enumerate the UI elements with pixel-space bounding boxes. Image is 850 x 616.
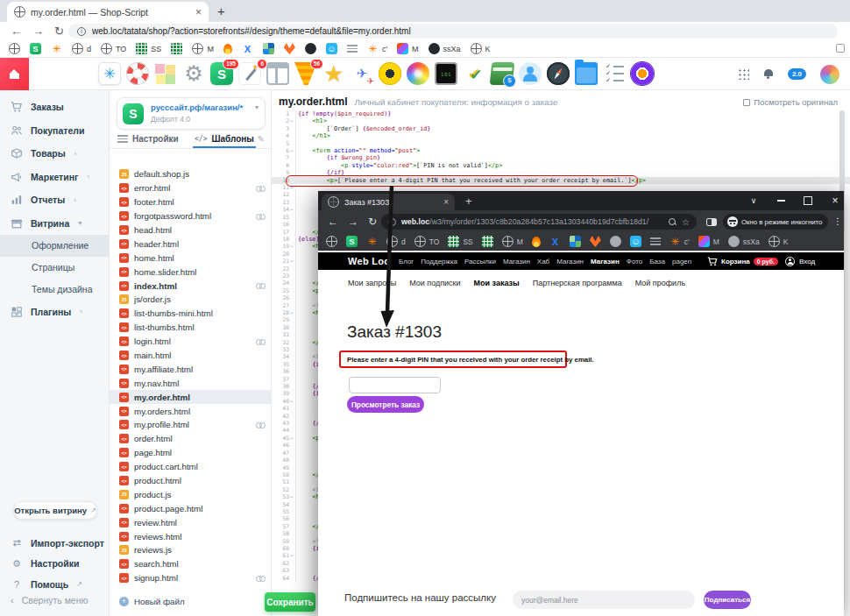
file-item-login.html[interactable]: <>login.html bbox=[110, 335, 272, 349]
bookmark-list[interactable] bbox=[347, 45, 358, 53]
bookmark-gitlab[interactable] bbox=[590, 236, 601, 247]
bookmark-smiley[interactable]: ☺ bbox=[326, 43, 337, 54]
bookmark-sheets[interactable] bbox=[482, 236, 493, 247]
bookmark-figma[interactable]: M bbox=[397, 43, 419, 54]
webasyst-app-icon[interactable]: ✳ bbox=[98, 62, 121, 85]
fold-marker[interactable]: − bbox=[290, 552, 294, 559]
file-item-my.nav.html[interactable]: <>my.nav.html bbox=[110, 376, 272, 390]
bookmark-globe[interactable]: M bbox=[502, 236, 523, 247]
apps-grid-icon[interactable] bbox=[738, 68, 749, 80]
reload-icon[interactable]: ↻ bbox=[54, 25, 64, 39]
file-item-signup.html[interactable]: <>signup.html bbox=[110, 571, 272, 585]
bookmark-sheets[interactable] bbox=[171, 43, 182, 54]
code-line-1[interactable]: 1{if !empty($pin_required)} bbox=[272, 110, 850, 117]
file-item-error.html[interactable]: <>error.html bbox=[110, 181, 272, 195]
cart-button[interactable]: Корзина 0 руб. bbox=[707, 257, 778, 266]
support-app-icon[interactable] bbox=[126, 62, 149, 85]
side-panel-icon[interactable] bbox=[836, 44, 845, 53]
file-item-list-thumbs-mini.html[interactable]: <>list-thumbs-mini.html bbox=[110, 307, 272, 321]
bookmark-github[interactable]: ssXa bbox=[728, 236, 760, 247]
site-menu-item[interactable]: База bbox=[649, 258, 665, 266]
sidebar-subitem-страницы[interactable]: Страницы bbox=[0, 257, 110, 279]
bookmark-cross[interactable]: X bbox=[549, 236, 561, 247]
file-item-head.html[interactable]: <>head.html bbox=[110, 223, 272, 237]
file-item-reviews.html[interactable]: <>reviews.html bbox=[110, 529, 272, 543]
site-menu-item[interactable]: Магазин bbox=[591, 258, 620, 266]
bookmark-globe[interactable] bbox=[326, 236, 337, 247]
code-line-6[interactable]: 6− <form action="" method="post"> bbox=[272, 147, 850, 154]
browser-tab[interactable]: my.order.html — Shop-Script × bbox=[7, 2, 209, 22]
back-icon[interactable]: ← bbox=[328, 216, 338, 228]
storefront-url[interactable]: русссайт.рф/магазин/* bbox=[151, 103, 243, 112]
terminal-app-icon[interactable]: 101 bbox=[435, 62, 457, 85]
bookmark-globe[interactable]: M bbox=[192, 43, 214, 54]
notifications-bell-icon[interactable] bbox=[763, 69, 774, 79]
chevron-down-icon[interactable]: ▾ bbox=[255, 103, 259, 111]
bookmark-flame[interactable] bbox=[223, 44, 232, 54]
fold-marker[interactable]: − bbox=[290, 258, 294, 265]
new-tab-button[interactable]: + bbox=[217, 4, 225, 19]
sidebar-item-витрина[interactable]: Витрина▾ bbox=[0, 212, 110, 236]
photos-app-icon[interactable] bbox=[379, 62, 401, 85]
sidebar-item-отчеты[interactable]: Отчеты› bbox=[0, 188, 110, 212]
account-nav-item[interactable]: Мои заказы bbox=[474, 279, 520, 287]
subscribe-button[interactable]: Подписаться bbox=[704, 591, 751, 609]
bookmark-github[interactable] bbox=[305, 43, 316, 54]
file-item-product.page.html[interactable]: <>product.page.html bbox=[110, 501, 272, 515]
sidebar-footer-gear[interactable]: ⚙Настройки bbox=[0, 554, 110, 575]
sidebar-item-покупатели[interactable]: Покупатели bbox=[0, 119, 110, 143]
sidebar-item-маркетинг[interactable]: Маркетинг› bbox=[0, 166, 110, 189]
login-button[interactable]: Вход bbox=[785, 257, 815, 266]
maximize-icon[interactable] bbox=[796, 191, 820, 210]
user-avatar[interactable] bbox=[820, 65, 839, 84]
site-menu-item[interactable]: Поддержка bbox=[421, 258, 457, 266]
file-item-reviews.js[interactable]: JSreviews.js bbox=[110, 543, 272, 557]
pin-input[interactable] bbox=[349, 377, 441, 393]
bookmark-globe[interactable]: d bbox=[72, 43, 91, 54]
file-item-search.html[interactable]: <>search.html bbox=[110, 557, 272, 571]
account-nav-item[interactable]: Партнерская программа bbox=[533, 279, 622, 287]
site-menu-item[interactable]: Магазин bbox=[503, 258, 530, 266]
sphere-app-icon[interactable] bbox=[407, 62, 429, 85]
site-app-icon[interactable] bbox=[266, 62, 289, 85]
site-logo[interactable]: Web Loc bbox=[348, 256, 390, 266]
file-item-home.html[interactable]: <>home.html bbox=[110, 251, 272, 265]
file-item-forgotpassword.html[interactable]: <>forgotpassword.html bbox=[110, 209, 272, 223]
tab-templates[interactable]: </> Шаблоны bbox=[195, 134, 254, 144]
compass-app-icon[interactable] bbox=[547, 62, 570, 85]
bookmark-github[interactable] bbox=[610, 236, 621, 247]
stickies-app-icon[interactable] bbox=[154, 62, 177, 85]
bookmark-pixels[interactable] bbox=[263, 43, 274, 54]
collapse-menu[interactable]: ‹ Свернуть меню bbox=[11, 595, 88, 605]
sidebar-footer-help[interactable]: ?Помощь↗ bbox=[0, 574, 110, 595]
file-item-my.affiliate.html[interactable]: <>my.affiliate.html bbox=[110, 362, 272, 376]
site-menu-item[interactable]: Хаб bbox=[537, 258, 549, 266]
bookmark-figma[interactable]: M bbox=[698, 236, 719, 247]
storefront-card[interactable]: S русссайт.рф/магазин/* ▾ Дефолт 4.0 bbox=[117, 97, 266, 130]
planes-app-icon[interactable]: ✈ bbox=[351, 62, 373, 85]
bookmark-cross[interactable]: X bbox=[242, 43, 253, 54]
minimize-icon[interactable] bbox=[769, 191, 793, 210]
tasks-app-icon[interactable]: ✔ bbox=[463, 62, 485, 85]
bookmark-github[interactable]: ssXa bbox=[429, 43, 461, 54]
sidebar-item-товары[interactable]: Товары› bbox=[0, 142, 110, 166]
wand-app-icon[interactable]: 6 bbox=[238, 62, 261, 85]
page-info-icon[interactable]: i bbox=[77, 27, 86, 36]
file-item-home.slider.html[interactable]: <>home.slider.html bbox=[110, 265, 272, 279]
tab-settings[interactable]: Настройки bbox=[117, 134, 179, 144]
sidebar-footer-swap[interactable]: ⇄Импорт-экспорт bbox=[0, 533, 110, 554]
account-nav-item[interactable]: Мои подписки bbox=[409, 279, 460, 287]
home-button[interactable] bbox=[0, 58, 29, 90]
popup-title-bar[interactable]: Заказ #1303 × + ∨ × bbox=[318, 191, 844, 210]
file-item-my.order.html[interactable]: <>my.order.html bbox=[110, 390, 272, 404]
site-menu-item[interactable]: Магазин bbox=[556, 258, 584, 266]
page-info-icon[interactable]: i bbox=[388, 218, 396, 226]
close-window-icon[interactable]: × bbox=[823, 191, 847, 210]
fold-marker[interactable]: − bbox=[290, 435, 294, 442]
bookmark-flame[interactable] bbox=[532, 237, 541, 247]
files-app-icon[interactable] bbox=[575, 62, 598, 85]
file-item-review.html[interactable]: <>review.html bbox=[110, 515, 272, 529]
sidebar-item-плагины[interactable]: Плагины› bbox=[0, 300, 110, 323]
file-item-main.html[interactable]: <>main.html bbox=[110, 349, 272, 363]
code-line-2[interactable]: 2− <h1> bbox=[272, 117, 850, 124]
